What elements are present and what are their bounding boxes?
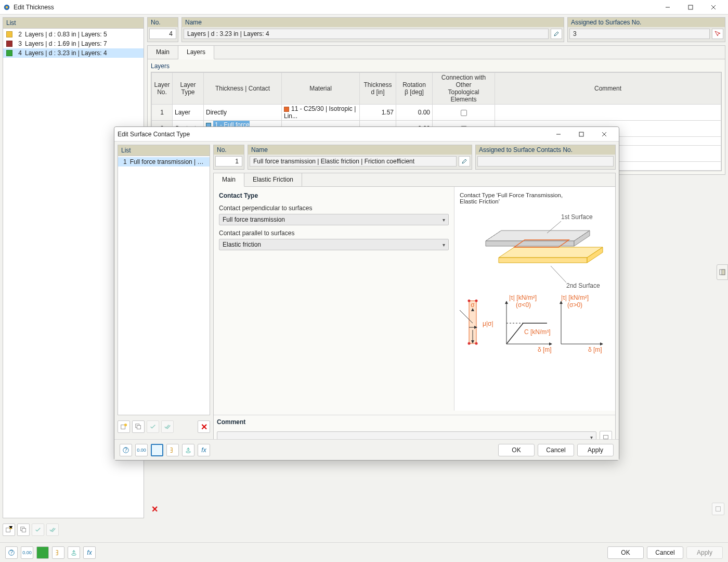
thickness-list-header: List (3, 18, 144, 29)
assigned-input[interactable] (569, 29, 710, 39)
library-button[interactable] (712, 503, 724, 515)
inner-units-button[interactable]: 0.00 (135, 444, 148, 456)
inner-fx-button[interactable]: fx (198, 444, 210, 456)
inner-assigned-input[interactable] (477, 156, 614, 167)
s2-label: 2nd Surface (566, 282, 600, 289)
units-button[interactable]: 0.00 (21, 546, 33, 559)
par-select[interactable]: Elastic friction▾ (219, 239, 449, 250)
tree-button[interactable] (52, 546, 64, 559)
svg-rect-3 (688, 5, 693, 9)
copy-contact-button[interactable] (132, 420, 145, 433)
svg-text:|τ|  [kN/m²]: |τ| [kN/m²] (561, 295, 589, 301)
edit-name-button[interactable] (551, 29, 562, 39)
copy-item-button[interactable] (17, 523, 30, 536)
svg-point-48 (468, 342, 471, 345)
inner-maximize-button[interactable] (570, 127, 593, 142)
no-field-group: No. (147, 17, 178, 42)
check-button[interactable] (32, 523, 44, 536)
name-header: Name (182, 18, 564, 27)
check-all-button[interactable] (46, 523, 59, 536)
inner-no-input[interactable] (215, 156, 242, 167)
fx-button[interactable]: fx (83, 546, 96, 559)
inner-name-header: Name (248, 145, 472, 155)
outer-titlebar: Edit Thickness (0, 0, 728, 15)
contact-type-header: Contact Type (219, 192, 449, 199)
inner-title: Edit Surface Contact Type (118, 131, 190, 138)
inner-help-button[interactable]: ? (120, 444, 132, 456)
inner-tab-main[interactable]: Main (214, 173, 244, 187)
inner-color-button[interactable] (151, 444, 163, 456)
pick-surface-button[interactable] (712, 29, 723, 39)
assigned-header: Assigned to Surfaces No. (568, 18, 725, 27)
color-swatch-button[interactable] (36, 546, 49, 559)
svg-text:(σ>0): (σ>0) (567, 301, 582, 309)
svg-line-37 (551, 266, 566, 283)
svg-point-46 (468, 300, 471, 302)
tab-layers[interactable]: Layers (178, 46, 214, 59)
surface-contact-dialog: Edit Surface Contact Type List 1Full for… (114, 126, 619, 461)
svg-text:(σ<0): (σ<0) (516, 301, 531, 309)
no-header: No. (148, 18, 178, 27)
maximize-button[interactable] (679, 0, 702, 15)
tab-main[interactable]: Main (148, 46, 178, 59)
svg-text:σ: σ (471, 301, 475, 309)
delete-button[interactable]: ✕ (148, 503, 161, 515)
app-icon (3, 4, 10, 11)
layers-subheader: Layers (151, 62, 722, 70)
inner-close-button[interactable] (593, 127, 616, 142)
color-swatch-icon (6, 31, 12, 37)
outer-title: Edit Thickness (14, 4, 54, 11)
view-button[interactable] (68, 546, 80, 559)
graphs-diagram-icon: σ μ|σ| (460, 295, 605, 357)
delete-contact-button[interactable]: ✕ (198, 420, 210, 433)
chevron-down-icon: ▾ (443, 242, 445, 248)
inner-assigned-header: Assigned to Surface Contacts No. (476, 145, 615, 155)
svg-rect-67 (604, 436, 608, 439)
inner-cancel-button[interactable]: Cancel (538, 444, 574, 456)
inner-edit-name-button[interactable] (459, 156, 470, 167)
inner-minimize-button[interactable] (547, 127, 570, 142)
contact-list-toolbar: ✕ (118, 417, 210, 436)
inner-titlebar: Edit Surface Contact Type (114, 127, 619, 142)
svg-rect-11 (716, 507, 721, 512)
inner-tree-button[interactable] (166, 444, 179, 456)
thickness-list-item[interactable]: 3Layers | d : 1.69 in | Layers: 7 (3, 39, 144, 48)
svg-marker-27 (486, 231, 590, 241)
new-item-button[interactable]: ★ (3, 523, 15, 536)
svg-rect-20 (579, 132, 583, 136)
svg-point-47 (475, 300, 478, 302)
contact-preview-panel: Contact Type 'Full Force Transmission, E… (454, 187, 615, 411)
thickness-list-item[interactable]: 4Layers | d : 3.23 in | Layers: 4 (3, 48, 144, 58)
outer-apply-button[interactable]: Apply (686, 546, 723, 559)
side-expand-button[interactable] (717, 264, 728, 280)
outer-cancel-button[interactable]: Cancel (647, 546, 683, 559)
svg-point-70 (186, 451, 191, 453)
thickness-list-item[interactable]: 2Layers | d : 0.83 in | Layers: 5 (3, 30, 144, 39)
surfaces-diagram-icon: 1st Surface 2nd Surface (460, 205, 605, 293)
comment-header: Comment (217, 418, 612, 426)
check-contact-button[interactable] (147, 420, 159, 433)
name-input[interactable] (184, 29, 549, 39)
no-input[interactable] (149, 29, 176, 39)
inner-apply-button[interactable]: Apply (577, 444, 614, 456)
table-row[interactable]: 1 Layer Directly 11 - C25/30 | Isotropic… (152, 105, 721, 121)
minimize-button[interactable] (656, 0, 679, 15)
inner-tab-elastic-friction[interactable]: Elastic Friction (244, 173, 302, 186)
inner-name-input[interactable] (250, 156, 457, 167)
inner-no-group: No. (213, 145, 244, 170)
outer-ok-button[interactable]: OK (607, 546, 644, 559)
inner-view-button[interactable] (182, 444, 194, 456)
close-button[interactable] (702, 0, 725, 15)
svg-text:δ [m]: δ [m] (538, 346, 552, 353)
perp-select[interactable]: Full force transmission▾ (219, 214, 449, 225)
svg-text:μ|σ|: μ|σ| (483, 320, 493, 327)
new-contact-button[interactable] (118, 420, 130, 433)
svg-point-1 (6, 6, 8, 8)
svg-text:★: ★ (8, 526, 13, 530)
contact-list-panel: List 1Full force transmission | Elastic (118, 145, 210, 415)
check-all-contact-button[interactable] (161, 420, 174, 433)
inner-ok-button[interactable]: OK (498, 444, 535, 456)
svg-point-16 (72, 553, 76, 555)
help-button[interactable]: ? (5, 546, 18, 559)
contact-list-item[interactable]: 1Full force transmission | Elastic (118, 157, 210, 167)
